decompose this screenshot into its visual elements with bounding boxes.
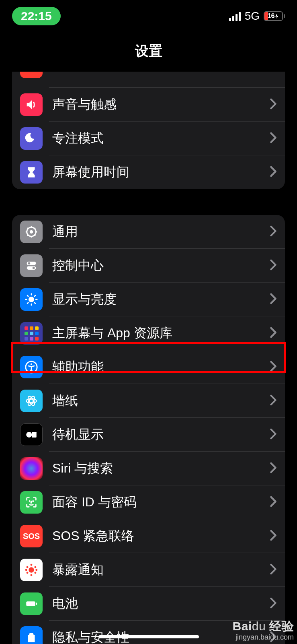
svg-rect-28: [26, 601, 35, 606]
battery-icon: [20, 592, 43, 615]
chevron-right-icon: [270, 361, 277, 374]
row-home-screen[interactable]: 主屏幕与 App 资源库: [12, 316, 285, 350]
row-sos[interactable]: SOS SOS 紧急联络: [12, 519, 285, 553]
chevron-right-icon: [270, 428, 277, 441]
svg-rect-29: [36, 603, 37, 605]
focus-icon: [20, 127, 43, 150]
svg-point-4: [28, 262, 31, 265]
sos-icon: SOS: [20, 525, 43, 547]
row-label: 专注模式: [52, 130, 270, 147]
svg-point-26: [31, 564, 32, 566]
svg-point-7: [29, 297, 34, 302]
wallpaper-icon: [20, 390, 43, 412]
svg-point-24: [26, 570, 27, 571]
faceid-icon: [20, 491, 43, 514]
svg-point-21: [35, 567, 36, 568]
chevron-right-icon: [270, 564, 277, 576]
network-type: 5G: [245, 10, 260, 23]
row-battery[interactable]: 电池: [12, 587, 285, 621]
display-icon: [20, 288, 43, 311]
svg-point-19: [29, 568, 33, 572]
row-faceid[interactable]: 面容 ID 与密码: [12, 485, 285, 519]
status-right: 5G 16: [229, 10, 285, 23]
row-label: 屏幕使用时间: [52, 163, 270, 181]
row-screentime[interactable]: 屏幕使用时间: [12, 155, 285, 189]
svg-point-10: [30, 399, 33, 403]
row-label: 辅助功能: [52, 358, 270, 376]
time-pill[interactable]: 22:15: [12, 7, 61, 25]
row-label: 待机显示: [52, 426, 270, 444]
row-label: 面容 ID 与密码: [52, 493, 270, 511]
row-label: 控制中心: [52, 257, 270, 275]
svg-point-17: [33, 501, 33, 501]
row-siri[interactable]: Siri 与搜索: [12, 452, 285, 485]
chevron-right-icon: [270, 259, 277, 272]
row-label: 通知: [52, 72, 270, 73]
row-label: 显示与亮度: [52, 291, 270, 308]
chevron-right-icon: [270, 631, 277, 644]
chevron-right-icon: [270, 597, 277, 610]
chevron-right-icon: [270, 166, 277, 179]
svg-point-20: [27, 567, 28, 568]
home-indicator[interactable]: [98, 635, 199, 638]
row-privacy[interactable]: 隐私与安全性: [12, 621, 285, 644]
svg-rect-15: [32, 432, 36, 438]
screentime-icon: [20, 161, 43, 184]
svg-point-14: [26, 432, 32, 438]
sound-icon: [20, 93, 43, 116]
svg-point-25: [36, 570, 37, 571]
row-standby[interactable]: 待机显示: [12, 418, 285, 452]
accessibility-icon: [20, 356, 43, 378]
notifications-icon: [20, 72, 43, 78]
chevron-right-icon: [270, 98, 277, 111]
status-bar: 22:15 5G 16: [0, 0, 297, 32]
chevron-right-icon: [270, 462, 277, 475]
row-display[interactable]: 显示与亮度: [12, 283, 285, 316]
row-exposure[interactable]: 暴露通知: [12, 553, 285, 587]
row-label: 电池: [52, 595, 270, 613]
svg-point-16: [29, 501, 30, 501]
row-label: 通用: [52, 223, 270, 241]
privacy-icon: [20, 626, 43, 644]
standby-icon: [20, 423, 43, 446]
svg-point-23: [35, 572, 36, 574]
row-sound[interactable]: 声音与触感: [12, 88, 285, 122]
chevron-right-icon: [270, 293, 277, 306]
row-label: 暴露通知: [52, 561, 270, 579]
svg-point-27: [31, 574, 32, 576]
row-wallpaper[interactable]: 墙纸: [12, 384, 285, 418]
control-center-icon: [20, 254, 43, 277]
chevron-right-icon: [270, 225, 277, 238]
row-label: 墙纸: [52, 392, 270, 410]
row-focus[interactable]: 专注模式: [12, 122, 285, 155]
svg-point-22: [27, 572, 28, 574]
svg-point-6: [33, 267, 35, 269]
exposure-icon: [20, 559, 43, 581]
chevron-right-icon: [270, 530, 277, 543]
siri-icon: [20, 457, 43, 480]
battery-indicator: 16: [264, 11, 285, 21]
row-label: 声音与触感: [52, 96, 270, 114]
signal-strength-icon: [229, 11, 241, 21]
chevron-right-icon: [270, 132, 277, 145]
settings-group-1: 通知 声音与触感 专注模式 屏幕使用时间: [12, 72, 285, 189]
row-label: Siri 与搜索: [52, 460, 270, 477]
chevron-right-icon: [270, 327, 277, 340]
row-notifications[interactable]: 通知: [12, 72, 285, 88]
row-label: 主屏幕与 App 资源库: [52, 324, 270, 342]
chevron-right-icon: [270, 394, 277, 407]
row-label: SOS 紧急联络: [52, 527, 270, 545]
home-screen-icon: [20, 322, 43, 345]
row-accessibility[interactable]: 辅助功能: [12, 350, 285, 384]
page-title: 设置: [0, 32, 297, 72]
settings-group-2: 通用 控制中心 显示与亮度: [12, 215, 285, 644]
general-icon: [20, 221, 43, 243]
svg-point-9: [31, 363, 32, 365]
svg-point-2: [30, 230, 33, 234]
row-general[interactable]: 通用: [12, 215, 285, 249]
chevron-right-icon: [270, 496, 277, 509]
row-control-center[interactable]: 控制中心: [12, 249, 285, 283]
